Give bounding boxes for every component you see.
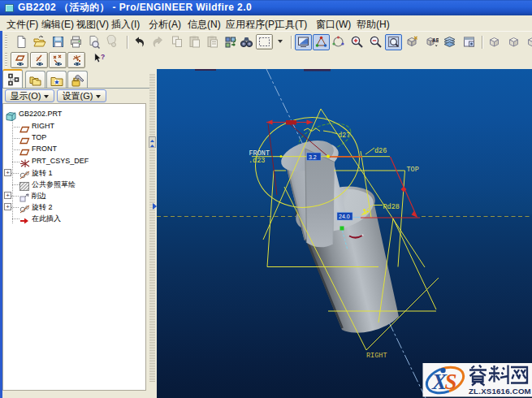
svg-text:.d23: .d23 <box>249 157 265 165</box>
svg-text:d27: d27 <box>338 132 350 140</box>
svg-text:?: ? <box>101 53 105 61</box>
svg-text:Rd28: Rd28 <box>383 203 400 211</box>
svg-text:TOP: TOP <box>407 166 419 174</box>
svg-text:3.2: 3.2 <box>309 154 317 160</box>
svg-text:FRONT: FRONT <box>249 149 270 158</box>
svg-text:S: S <box>445 370 457 394</box>
svg-text:AB: AB <box>432 37 439 43</box>
svg-text:RIGHT: RIGHT <box>366 352 387 360</box>
svg-text:ZL.XS1616.COM: ZL.XS1616.COM <box>469 387 531 396</box>
svg-text:24.0: 24.0 <box>339 214 350 219</box>
svg-text:d26: d26 <box>374 147 387 155</box>
